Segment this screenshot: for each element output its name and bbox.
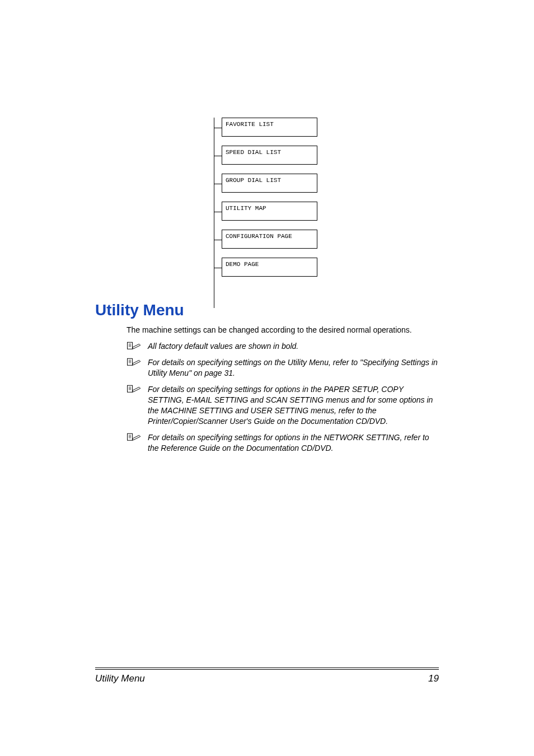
tree-node-wrap: GROUP DIAL LIST <box>214 174 317 193</box>
tree-connector <box>214 212 222 212</box>
note-block: For details on specifying settings on th… <box>127 357 439 379</box>
tree-connector <box>214 128 222 128</box>
page-heading: Utility Menu <box>95 301 439 319</box>
note-text: For details on specifying settings on th… <box>148 358 438 377</box>
footer-title: Utility Menu <box>95 673 145 684</box>
tree-node: UTILITY MAP <box>222 202 317 221</box>
note-text: All factory default values are shown in … <box>148 342 298 351</box>
tree-node: FAVORITE LIST <box>222 118 317 137</box>
tree-node-wrap: SPEED DIAL LIST <box>214 146 317 165</box>
note-block: For details on specifying settings for o… <box>127 384 439 427</box>
tree-node-wrap: UTILITY MAP <box>214 202 317 221</box>
footer-rule <box>95 668 439 668</box>
note-icon <box>127 384 143 394</box>
tree-connector <box>214 184 222 184</box>
note-icon <box>127 357 143 367</box>
tree-node: CONFIGURATION PAGE <box>222 230 317 249</box>
svg-rect-15 <box>128 433 133 440</box>
tree-connector <box>214 156 222 156</box>
tree-diagram: FAVORITE LIST SPEED DIAL LIST GROUP DIAL… <box>214 118 317 281</box>
intro-text: The machine settings can be changed acco… <box>127 325 439 335</box>
footer-page-number: 19 <box>428 673 439 684</box>
note-icon <box>127 432 143 442</box>
note-block: For details on specifying settings for o… <box>127 432 439 454</box>
tree-node: SPEED DIAL LIST <box>222 146 317 165</box>
tree-node-wrap: FAVORITE LIST <box>214 118 317 137</box>
note-block: All factory default values are shown in … <box>127 341 439 352</box>
tree-node-wrap: CONFIGURATION PAGE <box>214 230 317 249</box>
note-icon <box>127 341 143 351</box>
tree-node: GROUP DIAL LIST <box>222 174 317 193</box>
tree-node-wrap: DEMO PAGE <box>214 258 317 277</box>
tree-connector <box>214 240 222 240</box>
page-footer: Utility Menu 19 <box>95 668 439 684</box>
svg-rect-0 <box>128 342 133 349</box>
note-text: For details on specifying settings for o… <box>148 433 429 452</box>
tree-connector <box>214 268 222 268</box>
svg-rect-5 <box>128 358 133 365</box>
note-text: For details on specifying settings for o… <box>148 385 433 426</box>
footer-rule <box>95 669 439 670</box>
tree-node: DEMO PAGE <box>222 258 317 277</box>
svg-rect-10 <box>128 385 133 392</box>
